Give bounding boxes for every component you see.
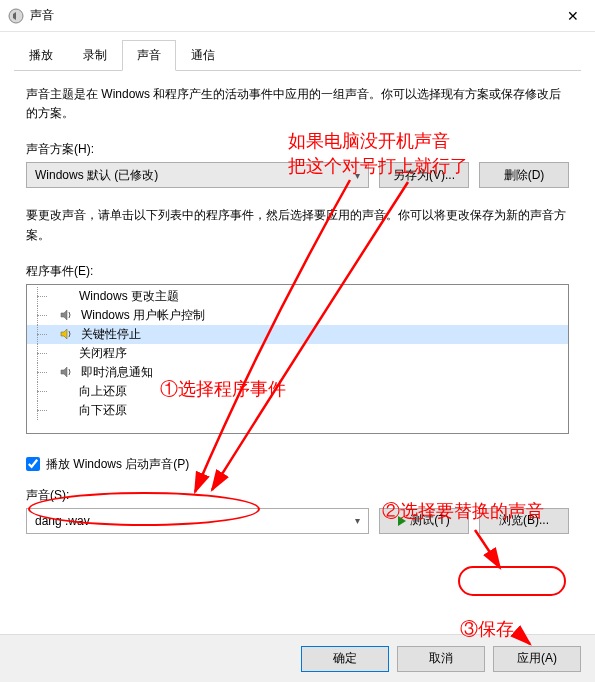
delete-button[interactable]: 删除(D) bbox=[479, 162, 569, 188]
list-item-label: 向上还原 bbox=[55, 383, 127, 400]
list-item[interactable]: Windows 更改主题 bbox=[27, 287, 568, 306]
apply-button[interactable]: 应用(A) bbox=[493, 646, 581, 672]
close-button[interactable]: ✕ bbox=[550, 1, 595, 31]
speaker-icon bbox=[59, 327, 73, 341]
test-button[interactable]: 测试(T) bbox=[379, 508, 469, 534]
titlebar: 声音 ✕ bbox=[0, 0, 595, 32]
list-item-label: 关键性停止 bbox=[79, 326, 141, 343]
list-item[interactable]: 即时消息通知 bbox=[27, 363, 568, 382]
chevron-down-icon: ▾ bbox=[355, 515, 360, 526]
list-item[interactable]: 关键性停止 bbox=[27, 325, 568, 344]
window-title: 声音 bbox=[30, 7, 550, 24]
tab-recording[interactable]: 录制 bbox=[68, 40, 122, 71]
scheme-value: Windows 默认 (已修改) bbox=[35, 167, 158, 184]
list-item[interactable]: 关闭程序 bbox=[27, 344, 568, 363]
tab-strip: 播放 录制 声音 通信 bbox=[14, 40, 581, 71]
tab-communications[interactable]: 通信 bbox=[176, 40, 230, 71]
list-item[interactable]: 向下还原 bbox=[27, 401, 568, 420]
cancel-button[interactable]: 取消 bbox=[397, 646, 485, 672]
list-item[interactable]: Windows 用户帐户控制 bbox=[27, 306, 568, 325]
play-startup-sound-checkbox[interactable] bbox=[26, 457, 40, 471]
list-item-label: 向下还原 bbox=[55, 402, 127, 419]
play-startup-sound-label: 播放 Windows 启动声音(P) bbox=[46, 456, 189, 473]
save-as-button[interactable]: 另存为(V)... bbox=[379, 162, 469, 188]
speaker-icon bbox=[59, 365, 73, 379]
sound-app-icon bbox=[8, 8, 24, 24]
annotation-circle-checkbox bbox=[28, 492, 260, 526]
list-item-label: 即时消息通知 bbox=[79, 364, 153, 381]
sounds-description: 声音主题是在 Windows 和程序产生的活动事件中应用的一组声音。你可以选择现… bbox=[26, 85, 569, 123]
speaker-icon bbox=[59, 308, 73, 322]
ok-button[interactable]: 确定 bbox=[301, 646, 389, 672]
annotation-circle-browse bbox=[458, 566, 566, 596]
program-events-list[interactable]: Windows 更改主题Windows 用户帐户控制关键性停止关闭程序即时消息通… bbox=[26, 284, 569, 434]
tab-playback[interactable]: 播放 bbox=[14, 40, 68, 71]
chevron-down-icon: ▾ bbox=[355, 170, 360, 181]
list-item-label: Windows 更改主题 bbox=[55, 288, 179, 305]
browse-button[interactable]: 浏览(B)... bbox=[479, 508, 569, 534]
list-item[interactable]: 向上还原 bbox=[27, 382, 568, 401]
events-label: 程序事件(E): bbox=[26, 263, 569, 280]
tab-sounds[interactable]: 声音 bbox=[122, 40, 176, 71]
list-item-label: Windows 用户帐户控制 bbox=[79, 307, 205, 324]
list-item-label: 关闭程序 bbox=[55, 345, 127, 362]
scheme-combo[interactable]: Windows 默认 (已修改) ▾ bbox=[26, 162, 369, 188]
events-description: 要更改声音，请单击以下列表中的程序事件，然后选择要应用的声音。你可以将更改保存为… bbox=[26, 206, 569, 244]
scheme-label: 声音方案(H): bbox=[26, 141, 569, 158]
play-icon bbox=[398, 516, 406, 526]
dialog-footer: 确定 取消 应用(A) bbox=[0, 634, 595, 682]
close-icon: ✕ bbox=[567, 8, 579, 24]
